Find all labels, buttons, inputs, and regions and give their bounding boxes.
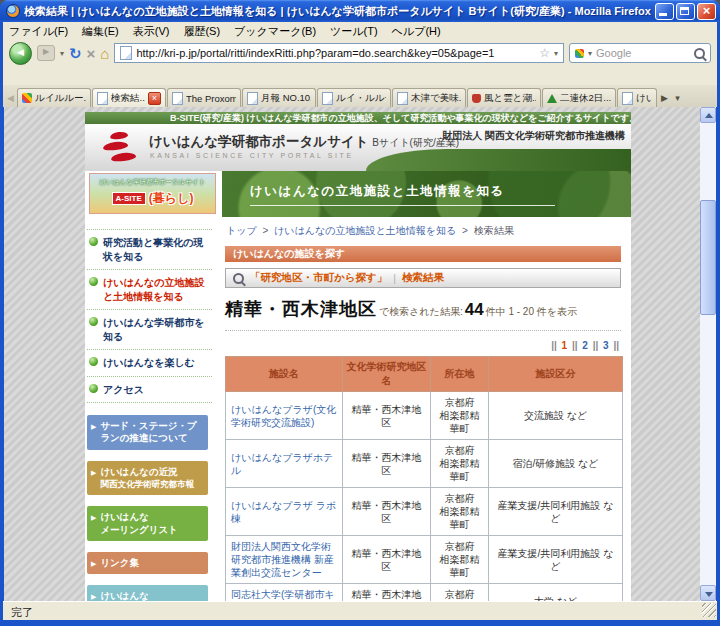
sidebar-item-research[interactable]: 研究活動と事業化の現状を知る	[87, 230, 212, 270]
tab-proxom[interactable]: The Proxom...	[167, 88, 241, 107]
sidebar-button-shinsangyou[interactable]: けいはんな 新産業創出・交流センター	[87, 585, 208, 601]
search-tab-label[interactable]: 「研究地区・市町から探す」	[250, 271, 387, 285]
menu-bookmarks[interactable]: ブックマーク(B)	[234, 24, 316, 39]
main-content: トップ > けいはんなの立地施設と土地情報を知る > 検索結果 けいはんなの施設…	[216, 217, 631, 601]
url-bar[interactable]: http://kri-p.jp/portal/ritti/indexRitti.…	[114, 43, 564, 63]
green-bullet-icon	[89, 277, 98, 286]
table-row: 財団法人関西文化学術研究都市推進機構 新産業創出交流センター 精華・西木津地区 …	[226, 536, 623, 584]
a-site-banner[interactable]: けいはんな学研都市ポータルサイト A-SITE (暮らし)	[89, 173, 216, 214]
results-table: 施設名 文化学術研究地区名 所在地 施設区分 けいはんなプラザ(文化学術研究交流…	[225, 356, 623, 601]
search-engine-icon[interactable]	[575, 49, 584, 58]
hero-title: けいはんなの立地施設と土地情報を知る	[222, 171, 631, 200]
site-title-english: KANSAI SCIENCE CITY PORTAL SITE	[150, 152, 354, 159]
facility-link[interactable]: けいはんなプラザホテル	[226, 440, 343, 488]
bookmark-star-icon[interactable]: ☆	[539, 46, 550, 60]
tab-kizu[interactable]: 木津で美味...	[392, 88, 466, 107]
sidebar-item-city[interactable]: けいはんな学研都市を知る	[87, 310, 212, 350]
minimize-button[interactable]	[655, 3, 674, 20]
search-magnifier-icon[interactable]	[694, 48, 705, 59]
stop-icon[interactable]: ×	[87, 46, 96, 61]
reload-icon[interactable]: ↻	[69, 46, 82, 61]
sidebar-item-enjoy[interactable]: けいはんなを楽しむ	[87, 350, 212, 377]
menu-history[interactable]: 履歴(S)	[183, 24, 220, 39]
tab-nirenkyuu[interactable]: 二連休2日...	[542, 88, 616, 107]
keihanna-logo-icon	[98, 130, 142, 164]
back-button[interactable]	[9, 42, 32, 65]
maximize-button[interactable]	[676, 3, 695, 20]
breadcrumb-ritti[interactable]: けいはんなの立地施設と土地情報を知る	[274, 225, 456, 236]
page-favicon	[397, 92, 408, 105]
content-row: 研究活動と事業化の現状を知る けいはんなの立地施設と土地情報を知る けいはんな学…	[85, 217, 631, 601]
search-result-label: 検索結果	[402, 271, 444, 285]
firefox-window: 検索結果 | けいはんなの立地施設と土地情報を知る | けいはんな学研都市ポータ…	[0, 0, 720, 626]
menu-view[interactable]: 表示(V)	[133, 24, 170, 39]
title-bar[interactable]: 検索結果 | けいはんなの立地施設と土地情報を知る | けいはんな学研都市ポータ…	[0, 0, 720, 22]
menu-tools[interactable]: ツール(T)	[330, 24, 378, 39]
facility-link[interactable]: けいはんなプラザ ラボ棟	[226, 488, 343, 536]
sidebar-button-third-stage[interactable]: サード・ステージ・プランの推進について	[87, 415, 208, 450]
url-text[interactable]: http://kri-p.jp/portal/ritti/indexRitti.…	[136, 47, 535, 59]
table-row: けいはんなプラザホテル 精華・西木津地区 京都府相楽郡精華町 宿泊/研修施設 な…	[226, 440, 623, 488]
home-icon[interactable]: ⌂	[100, 46, 109, 61]
table-header-row: 施設名 文化学術研究地区名 所在地 施設区分	[226, 357, 623, 392]
tab-kaze-kumo[interactable]: 風と雲と潮...	[467, 88, 541, 107]
green-bullet-icon	[89, 317, 98, 326]
tab-keiha[interactable]: けいは...	[617, 88, 657, 107]
forward-button[interactable]	[37, 45, 55, 61]
page-favicon	[172, 92, 183, 105]
tab-luilulu[interactable]: ルイルルー...	[17, 88, 91, 107]
bsite-top-strip: B-SITE(研究/産業) けいはんな学研都市の立地施設、そして研究活動や事業化…	[85, 112, 631, 124]
tab-list-dropdown-icon[interactable]: ▾	[671, 89, 684, 107]
vertical-scrollbar[interactable]	[700, 107, 716, 601]
hero-underline	[250, 205, 555, 206]
facility-link[interactable]: けいはんなプラザ(文化学術研究交流施設)	[226, 392, 343, 440]
scrollbar-thumb[interactable]	[700, 200, 716, 315]
menu-edit[interactable]: 編集(E)	[82, 24, 119, 39]
facility-link[interactable]: 同志社大学(学研都市キャンパス)	[226, 584, 343, 602]
tab-close-icon[interactable]: ×	[148, 92, 161, 105]
search-result-bar: 「研究地区・市町から探す」 | 検索結果	[225, 268, 621, 288]
scroll-up-icon[interactable]	[700, 107, 716, 123]
sidebar-button-mailinglist[interactable]: けいはんな メーリングリスト	[87, 506, 208, 541]
sidebar-buttons: サード・ステージ・プランの推進について けいはんなの近況 関西文化学術研究都市報…	[87, 403, 216, 601]
status-text: 完了	[11, 606, 33, 618]
section-title-bar: けいはんなの施設を探す	[225, 246, 621, 262]
page-icon	[120, 46, 132, 60]
menu-help[interactable]: ヘルプ(H)	[392, 24, 441, 39]
tab-lui-lulu[interactable]: ルイ・ルルー...	[317, 88, 391, 107]
page-favicon	[322, 92, 333, 105]
green-bullet-icon	[89, 357, 98, 366]
navigation-toolbar: ▾ ↻ × ⌂ http://kri-p.jp/portal/ritti/ind…	[3, 40, 717, 66]
page-favicon	[247, 92, 258, 105]
sidebar: 研究活動と事業化の現状を知る けいはんなの立地施設と土地情報を知る けいはんな学…	[85, 217, 216, 601]
hero-row: けいはんな学研都市ポータルサイト A-SITE (暮らし) けいはんなの立地施設…	[85, 171, 631, 217]
table-row: けいはんなプラザ ラボ棟 精華・西木津地区 京都府相楽郡精華町 産業支援/共同利…	[226, 488, 623, 536]
sidebar-nav: 研究活動と事業化の現状を知る けいはんなの立地施設と土地情報を知る けいはんな学…	[87, 229, 212, 403]
history-dropdown-icon[interactable]: ▾	[60, 49, 64, 58]
sidebar-item-access[interactable]: アクセス	[87, 377, 212, 404]
status-bar: 完了	[3, 601, 717, 620]
menu-bar: ファイル(F) 編集(E) 表示(V) 履歴(S) ブックマーク(B) ツール(…	[3, 22, 717, 40]
resize-grip[interactable]	[702, 603, 716, 617]
search-box[interactable]: ▾ Google	[569, 43, 711, 63]
organization-name: 財団法人 関西文化学術研究都市推進機構	[442, 129, 625, 143]
search-input[interactable]: Google	[596, 47, 690, 59]
tab-geppou[interactable]: 月報 NO.10...	[242, 88, 316, 107]
url-dropdown-icon[interactable]: ▾	[554, 49, 558, 58]
page-2-link[interactable]: 2	[582, 340, 588, 351]
search-engine-dropdown-icon[interactable]: ▾	[588, 49, 592, 58]
close-button[interactable]	[697, 3, 716, 20]
tab-scroll-right-icon[interactable]: ▶	[658, 89, 671, 107]
sidebar-button-links[interactable]: リンク集	[87, 552, 208, 574]
facility-link[interactable]: 財団法人関西文化学術研究都市推進機構 新産業創出交流センター	[226, 536, 343, 584]
page-3-link[interactable]: 3	[603, 340, 609, 351]
breadcrumb-top[interactable]: トップ	[226, 225, 257, 236]
google-favicon	[22, 93, 32, 103]
tab-scroll-left-icon[interactable]: ◀	[4, 89, 17, 107]
sidebar-item-ritti-active[interactable]: けいはんなの立地施設と土地情報を知る	[87, 270, 212, 310]
scroll-down-icon[interactable]	[700, 585, 716, 601]
page-1-current[interactable]: 1	[562, 340, 568, 351]
menu-file[interactable]: ファイル(F)	[9, 24, 68, 39]
sidebar-button-kinkyou[interactable]: けいはんなの近況 関西文化学術研究都市報	[87, 461, 208, 496]
tab-search-results-active[interactable]: 検索結... ×	[92, 88, 166, 107]
